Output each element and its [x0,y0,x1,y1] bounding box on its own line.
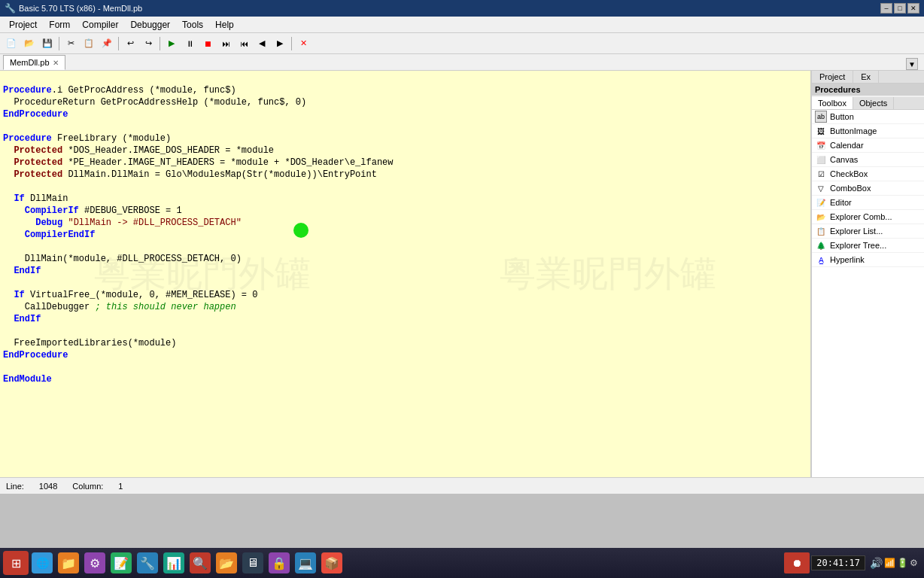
maximize-button[interactable]: □ [894,3,906,14]
tray-battery[interactable]: 🔋 [897,558,908,568]
toolbar-undo[interactable]: ↩ [122,35,138,52]
toolbar-step[interactable]: ⏭ [217,35,234,52]
toolbar-sep4 [291,37,292,50]
toolbar-paste[interactable]: 📌 [99,35,115,52]
taskbar-item-6[interactable]: 📊 [161,550,187,576]
toolbar-sep1 [59,37,59,50]
taskbar-item-10[interactable]: 🔒 [266,550,292,576]
toolbox-tabs: Toolbox Objects [812,97,924,110]
taskbar-item-1[interactable]: 🌐 [29,550,55,576]
toolbox-checkbox-label: CheckBox [830,169,868,178]
toolbox-canvas[interactable]: ⬜ Canvas [812,153,924,167]
minimize-button[interactable]: – [880,3,892,14]
toolbar: 📄 📂 💾 ✂ 📋 📌 ↩ ↪ ▶ ⏸ ⏹ ⏭ ⏮ ◀ ▶ ✕ [0,33,924,54]
start-button[interactable]: ⊞ [3,551,29,575]
taskbar-item-11[interactable]: 💻 [293,550,318,576]
taskbar-item-3[interactable]: ⚙ [82,550,108,576]
toolbar-new[interactable]: 📄 [3,35,20,52]
toolbox-calendar[interactable]: 📅 Calendar [812,138,924,153]
toolbox-explorer-list[interactable]: 📋 Explorer List... [812,224,924,239]
taskbar-item-12[interactable]: 📦 [319,550,345,576]
taskbar-icon-4: 📝 [111,552,132,573]
tab-scroll-right[interactable]: ▼ [906,58,918,70]
title-bar-left: 🔧 Basic 5.70 LTS (x86) - MemDll.pb [5,3,142,14]
checkbox-icon: ☑ [815,168,827,180]
toolbar-copy[interactable]: 📋 [81,35,97,52]
code-editor[interactable]: 粵業昵門外罐 粵業昵門外罐 Procedure.i GetProcAddress… [0,71,811,477]
toolbox-editor-label: Editor [830,198,852,207]
line-label: Line: [6,482,24,491]
toolbar-pause[interactable]: ⏸ [181,35,198,52]
canvas-icon: ⬜ [815,154,827,166]
toolbox-editor[interactable]: 📝 Editor [812,196,924,210]
taskbar-item-5[interactable]: 🔧 [135,550,160,576]
tab-memdll[interactable]: MemDll.pb ✕ [3,55,65,70]
explorer-list-icon: 📋 [815,225,827,237]
menu-project[interactable]: Project [3,18,43,32]
toolbar-open[interactable]: 📂 [21,35,38,52]
close-button[interactable]: ✕ [907,3,919,14]
hyperlink-icon: A̲ [815,254,827,266]
tab-objects[interactable]: Objects [853,97,894,109]
toolbar-next[interactable]: ▶ [272,35,288,52]
tray-settings[interactable]: ⚙ [910,558,918,568]
taskbar-icon-6: 📊 [163,552,184,573]
toolbox-explorer-tree[interactable]: 🌲 Explorer Tree... [812,239,924,253]
explorer-tree-icon: 🌲 [815,239,827,251]
taskbar-item-8[interactable]: 📂 [214,550,239,576]
taskbar-item-4[interactable]: 📝 [108,550,134,576]
toolbar-prev[interactable]: ◀ [254,35,270,52]
toolbox-hyperlink[interactable]: A̲ Hyperlink [812,253,924,267]
start-icon: ⊞ [11,556,21,570]
toolbar-run[interactable]: ▶ [163,35,180,52]
toolbar-back[interactable]: ⏮ [236,35,252,52]
taskbar-item-7[interactable]: 🔍 [187,550,213,576]
taskbar-icon-11: 💻 [295,552,316,573]
toolbar-sep2 [118,37,119,50]
toolbar-cut[interactable]: ✂ [62,35,79,52]
explorer-combo-icon: 📂 [815,211,827,223]
toolbox-buttonimage[interactable]: 🖼 ButtonImage [812,124,924,138]
procedures-header: Procedures [812,84,924,96]
toolbar-close[interactable]: ✕ [295,35,312,52]
toolbar-stop[interactable]: ⏹ [199,35,216,52]
toolbox-button[interactable]: ab Button [812,110,924,124]
toolbox-explorer-combo[interactable]: 📂 Explorer Comb... [812,210,924,224]
tray-volume[interactable]: 🔊 [870,557,883,569]
menu-debugger[interactable]: Debugger [124,18,176,32]
toolbox-list: ab Button 🖼 ButtonImage 📅 Calendar ⬜ Can… [812,110,924,477]
menu-form[interactable]: Form [43,18,76,32]
toolbox-combobox[interactable]: ▽ ComboBox [812,181,924,196]
tab-bar: MemDll.pb ✕ ▼ [0,54,924,71]
menu-compiler[interactable]: Compiler [76,18,124,32]
toolbox-explorer-list-label: Explorer List... [830,227,883,236]
toolbox-button-label: Button [830,112,854,121]
code-scroll[interactable]: Procedure.i GetProcAddress (*module, fun… [0,71,810,477]
record-button[interactable]: ⏺ [784,552,810,573]
taskbar-icon-10: 🔒 [269,552,290,573]
taskbar-icon-3: ⚙ [84,552,105,573]
tab-ex[interactable]: Ex [853,71,879,83]
toolbox-calendar-label: Calendar [830,141,864,150]
taskbar-icon-5: 🔧 [137,552,158,573]
tab-close-btn[interactable]: ✕ [53,59,59,67]
toolbox-explorer-tree-label: Explorer Tree... [830,241,886,250]
menu-tools[interactable]: Tools [176,18,209,32]
taskbar-icon-1: 🌐 [32,552,53,573]
menu-help[interactable]: Help [209,18,240,32]
title-bar-controls[interactable]: – □ ✕ [880,3,919,14]
toolbar-redo[interactable]: ↪ [140,35,157,52]
tab-toolbox[interactable]: Toolbox [812,97,853,109]
tab-project[interactable]: Project [812,71,853,83]
tray-network[interactable]: 📶 [884,558,895,568]
record-icon: ⏺ [792,557,802,569]
taskbar-item-9[interactable]: 🖥 [240,550,266,576]
toolbox-checkbox[interactable]: ☑ CheckBox [812,167,924,181]
calendar-icon: 📅 [815,139,827,151]
title-bar: 🔧 Basic 5.70 LTS (x86) - MemDll.pb – □ ✕ [0,0,924,17]
toolbar-save[interactable]: 💾 [39,35,56,52]
col-label: Column: [72,482,103,491]
col-value: 1 [118,482,123,491]
taskbar-item-2[interactable]: 📁 [56,550,81,576]
taskbar: ⊞ 🌐 📁 ⚙ 📝 🔧 📊 🔍 📂 🖥 🔒 💻 📦 ⏺ [0,548,924,578]
